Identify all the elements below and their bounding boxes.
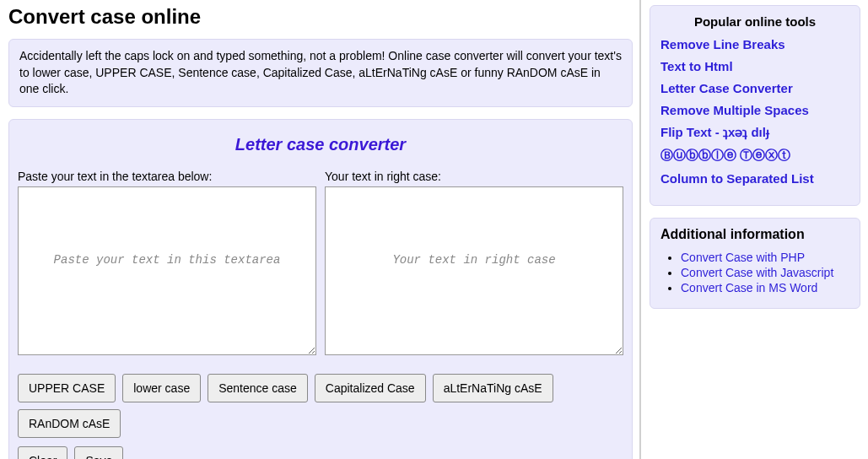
tool-link-column-to-list[interactable]: Column to Separated List (660, 171, 849, 186)
sentence-case-button[interactable]: Sentence case (208, 374, 308, 402)
vertical-divider (639, 0, 641, 459)
output-label: Your text in right case: (325, 170, 623, 183)
list-item: Convert Case with Javascript (681, 266, 849, 279)
lower-case-button[interactable]: lower case (122, 374, 201, 402)
popular-tools-heading: Popular online tools (660, 14, 849, 29)
upper-case-button[interactable]: UPPER CASE (18, 374, 116, 402)
info-link-php[interactable]: Convert Case with PHP (681, 251, 805, 264)
capitalized-case-button[interactable]: Capitalized Case (315, 374, 426, 402)
description-box: Accidentally left the caps lock on and t… (8, 39, 633, 107)
tool-link-remove-line-breaks[interactable]: Remove Line Breaks (660, 37, 849, 51)
tool-link-bubble-text[interactable]: Ⓑⓤⓑⓑⓛⓔ Ⓣⓔⓧⓣ (660, 148, 849, 164)
input-textarea[interactable] (18, 186, 316, 355)
tool-link-text-to-html[interactable]: Text to Html (660, 59, 849, 73)
tool-link-flip-text[interactable]: Flip Text - ʇxǝʇ dılɟ (660, 125, 849, 140)
random-case-button[interactable]: RAnDOM cAsE (18, 409, 121, 438)
tool-title: Letter case converter (18, 135, 623, 154)
output-textarea[interactable] (325, 186, 623, 355)
page-title: Convert case online (8, 5, 633, 29)
additional-info-heading: Additional information (660, 227, 849, 242)
converter-tool-box: Letter case converter Paste your text in… (8, 119, 633, 459)
popular-tools-box: Popular online tools Remove Line Breaks … (650, 5, 860, 206)
info-link-msword[interactable]: Convert Case in MS Word (681, 281, 817, 294)
input-label: Paste your text in the textarea below: (18, 170, 316, 183)
tool-link-remove-multiple-spaces[interactable]: Remove Multiple Spaces (660, 103, 849, 117)
clear-button[interactable]: Clear (18, 446, 67, 459)
info-link-javascript[interactable]: Convert Case with Javascript (681, 266, 833, 279)
list-item: Convert Case with PHP (681, 251, 849, 264)
tool-link-letter-case-converter[interactable]: Letter Case Converter (660, 81, 849, 95)
additional-info-box: Additional information Convert Case with… (650, 218, 860, 309)
save-button[interactable]: Save (74, 446, 123, 459)
alternating-case-button[interactable]: aLtErNaTiNg cAsE (433, 374, 553, 402)
list-item: Convert Case in MS Word (681, 281, 849, 294)
